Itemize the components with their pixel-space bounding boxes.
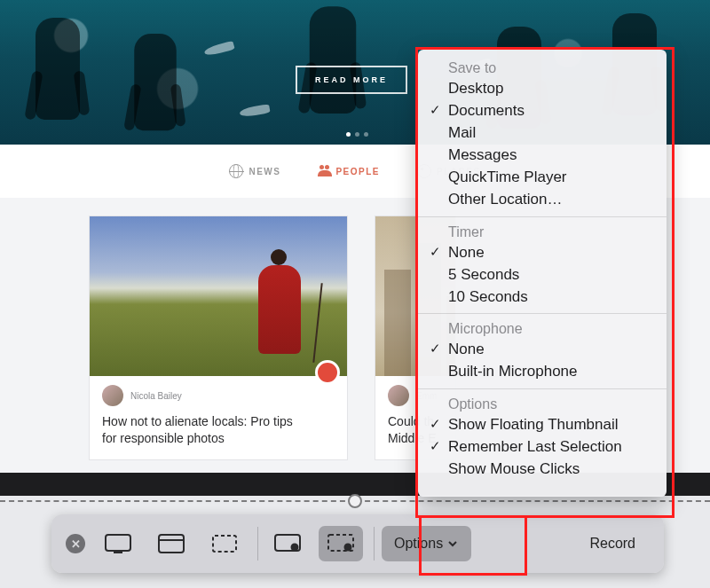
tab-people[interactable]: PEOPLE <box>318 165 380 177</box>
menu-item-remember-selection[interactable]: Remember Last Selection <box>418 436 667 459</box>
capture-window-button[interactable] <box>149 526 193 561</box>
author-name: Nicola Bailey <box>130 391 182 401</box>
capture-selection-button[interactable] <box>202 526 247 561</box>
menu-header-options: Options <box>418 396 667 414</box>
menu-item-other-location[interactable]: Other Location… <box>418 189 667 211</box>
record-button[interactable]: Record <box>575 526 650 561</box>
hero-figure <box>36 18 80 120</box>
toolbar-separator <box>374 527 375 561</box>
toolbar-separator <box>257 527 258 561</box>
close-button[interactable]: ✕ <box>66 534 85 553</box>
close-icon: ✕ <box>71 537 81 551</box>
svg-rect-4 <box>213 536 236 552</box>
menu-header-timer: Timer <box>418 224 667 242</box>
options-button[interactable]: Options <box>382 526 471 561</box>
hero-figure <box>310 6 357 114</box>
record-label: Record <box>589 536 635 552</box>
record-selection-button[interactable] <box>319 526 363 561</box>
avatar <box>388 385 409 406</box>
svg-rect-2 <box>159 535 184 553</box>
screen-record-icon <box>272 532 303 555</box>
hero-pager[interactable] <box>346 132 368 137</box>
svg-rect-0 <box>106 535 130 551</box>
screen-icon <box>103 532 133 555</box>
menu-item-show-mouse-clicks[interactable]: Show Mouse Clicks <box>418 459 667 481</box>
menu-item-timer-none[interactable]: None <box>418 242 667 264</box>
menu-item-floating-thumbnail[interactable]: Show Floating Thumbnail <box>418 414 667 436</box>
window-icon <box>156 532 186 555</box>
menu-item-mic-builtin[interactable]: Built-in Microphone <box>418 361 667 383</box>
feed-card[interactable]: Nicola Bailey How not to alienate locals… <box>89 216 348 460</box>
menu-item-desktop[interactable]: Desktop <box>418 78 667 100</box>
avatar <box>102 385 123 406</box>
tab-label: PEOPLE <box>335 167 380 176</box>
menu-item-messages[interactable]: Messages <box>418 145 667 167</box>
menu-item-mic-none[interactable]: None <box>418 339 667 361</box>
record-entire-screen-button[interactable] <box>265 526 310 561</box>
hero-fish <box>203 41 234 57</box>
card-title: How not to alienate locals: Pro tips for… <box>102 413 335 447</box>
svg-point-6 <box>291 544 299 552</box>
people-icon <box>318 165 330 177</box>
tab-label: NEWS <box>248 167 280 176</box>
selection-icon <box>209 532 240 555</box>
menu-header-save-to: Save to <box>418 60 667 78</box>
menu-item-quicktime[interactable]: QuickTime Player <box>418 167 667 189</box>
menu-item-timer-5s[interactable]: 5 Seconds <box>418 264 667 286</box>
hero-figure <box>134 34 177 130</box>
read-more-button[interactable]: READ MORE <box>296 66 407 94</box>
card-badge-icon <box>315 360 340 385</box>
hero-fish <box>239 104 270 118</box>
menu-item-documents[interactable]: Documents <box>418 100 667 122</box>
tab-news[interactable]: NEWS <box>229 164 280 178</box>
capture-entire-screen-button[interactable] <box>96 526 140 561</box>
svg-point-8 <box>344 544 352 552</box>
svg-rect-1 <box>114 552 122 553</box>
screenshot-toolbar: ✕ <box>51 514 664 573</box>
chevron-down-icon <box>446 537 459 550</box>
menu-item-mail[interactable]: Mail <box>418 122 667 145</box>
crop-handle-icon[interactable] <box>348 494 362 508</box>
menu-item-timer-10s[interactable]: 10 Seconds <box>418 286 667 309</box>
selection-record-icon <box>326 532 356 555</box>
options-menu: Save to Desktop Documents Mail Messages … <box>418 50 667 497</box>
globe-icon <box>229 164 243 178</box>
card-image <box>90 216 347 376</box>
menu-header-microphone: Microphone <box>418 321 667 339</box>
options-label: Options <box>394 536 443 552</box>
